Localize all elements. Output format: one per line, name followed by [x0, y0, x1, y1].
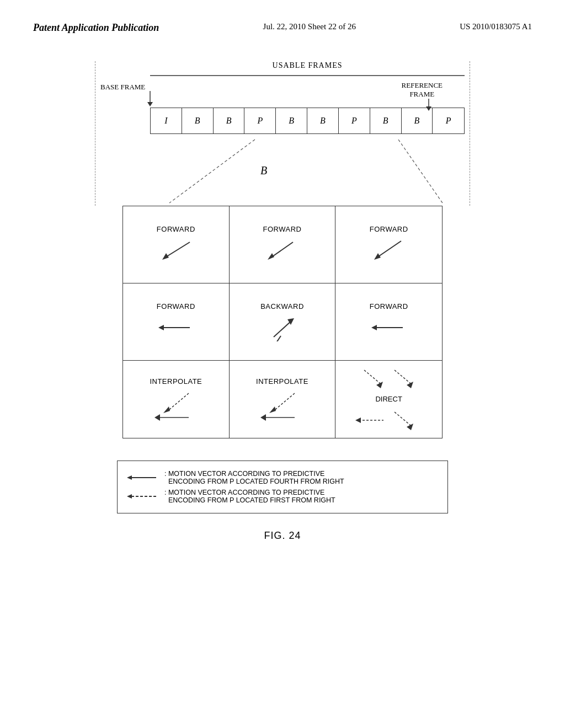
svg-line-12 [377, 241, 401, 258]
direct-bottom-arrows [353, 409, 425, 431]
frame-B5: B [370, 108, 402, 133]
frame-labels-row: BASE FRAME REFERENCEFRAME [100, 80, 465, 108]
legend-text-1: : MOTION VECTOR ACCORDING TO PREDICTIVE … [164, 470, 344, 485]
motion-label-2: FORWARD [263, 225, 302, 233]
svg-line-7 [398, 140, 443, 203]
connector-area: B [89, 134, 476, 206]
legend-row-1: : MOTION VECTOR ACCORDING TO PREDICTIVE … [126, 470, 439, 485]
forward-arrow-1 [154, 237, 198, 264]
b-center-label: B [260, 164, 267, 177]
main-content: USABLE FRAMES BASE FRAME REFERENCEFRAME [0, 45, 565, 553]
svg-marker-13 [374, 253, 381, 260]
svg-marker-15 [158, 325, 164, 330]
svg-marker-38 [127, 475, 132, 480]
legend-row-2: : MOTION VECTOR ACCORDING TO PREDICTIVE … [126, 489, 439, 504]
motion-label-1: FORWARD [157, 225, 195, 233]
base-frame-label: BASE FRAME [100, 83, 145, 92]
frame-B4: B [307, 108, 339, 133]
svg-line-25 [274, 393, 295, 411]
page-header: Patent Application Publication Jul. 22, … [0, 0, 565, 45]
svg-marker-5 [426, 106, 431, 111]
figure-label: FIG. 24 [264, 530, 301, 542]
motion-cell-forward-2: FORWARD [230, 206, 336, 283]
motion-cell-backward-5: BACKWARD [230, 283, 336, 361]
frame-B1: B [182, 108, 214, 133]
svg-line-21 [168, 393, 189, 411]
motion-label-8: INTERPOLATE [256, 377, 308, 386]
publication-date-sheet: Jul. 22, 2010 Sheet 22 of 26 [263, 22, 356, 31]
motion-label-5: BACKWARD [260, 302, 304, 311]
forward-arrow-4 [154, 314, 198, 341]
frame-P3: P [433, 108, 464, 133]
svg-line-18 [276, 336, 281, 341]
motion-label-3: FORWARD [370, 225, 408, 233]
motion-grid: FORWARD FORWARD FORWARD FORWARD [122, 206, 443, 438]
publication-title: Patent Application Publication [33, 22, 159, 34]
backward-arrow-5 [260, 314, 304, 341]
forward-arrow-3 [367, 237, 411, 264]
forward-arrow-6 [367, 314, 411, 341]
legend-solid-arrow [126, 473, 159, 482]
interpolate-svg-8 [257, 389, 307, 422]
frame-B3: B [276, 108, 307, 133]
motion-cell-forward-3: FORWARD [335, 206, 442, 283]
svg-line-8 [165, 242, 190, 258]
frame-P2: P [339, 108, 370, 133]
publication-number: US 2010/0183075 A1 [460, 22, 532, 31]
svg-marker-9 [162, 253, 169, 260]
svg-line-31 [395, 370, 411, 384]
svg-marker-34 [355, 417, 361, 423]
motion-label-7: INTERPOLATE [150, 377, 202, 386]
frames-row: I B B P B B P B B P [150, 108, 465, 134]
motion-cell-forward-4: FORWARD [123, 283, 230, 361]
svg-marker-26 [269, 406, 276, 413]
svg-line-29 [364, 370, 381, 384]
frame-P1: P [244, 108, 276, 133]
motion-cell-interpolate-7: INTERPOLATE [123, 361, 230, 438]
direct-top-arrows [353, 367, 425, 389]
usable-frames-label: USABLE FRAMES [150, 61, 465, 70]
motion-label-6: FORWARD [370, 302, 408, 311]
usable-frames-bracket [150, 71, 465, 80]
svg-marker-28 [260, 414, 266, 421]
motion-cell-interpolate-8: INTERPOLATE [230, 361, 336, 438]
svg-marker-20 [371, 325, 377, 330]
motion-label-4: FORWARD [157, 302, 195, 311]
frame-I: I [151, 108, 182, 133]
legend-dashed-arrow [126, 492, 159, 501]
svg-marker-3 [147, 102, 153, 106]
motion-cell-forward-6: FORWARD [335, 283, 442, 361]
connector-svg [89, 134, 476, 206]
svg-line-35 [395, 412, 411, 426]
interpolate-svg-7 [151, 389, 201, 422]
svg-marker-22 [163, 406, 170, 413]
svg-line-10 [271, 242, 293, 258]
legend-text-2: : MOTION VECTOR ACCORDING TO PREDICTIVE … [164, 489, 335, 504]
frame-B6: B [402, 108, 433, 133]
svg-marker-11 [268, 253, 274, 260]
legend-box: : MOTION VECTOR ACCORDING TO PREDICTIVE … [117, 461, 448, 513]
forward-arrow-2 [260, 237, 304, 264]
svg-line-16 [274, 320, 292, 337]
svg-line-6 [169, 140, 255, 203]
frame-B2: B [214, 108, 245, 133]
reference-frame-label: REFERENCEFRAME [402, 81, 443, 98]
direct-label: DIRECT [375, 395, 402, 403]
svg-marker-24 [154, 414, 160, 421]
usable-frames-section: USABLE FRAMES BASE FRAME REFERENCEFRAME [100, 61, 465, 134]
motion-cell-direct-9: DIRECT [335, 361, 442, 438]
svg-marker-40 [127, 494, 132, 499]
motion-cell-forward-1: FORWARD [123, 206, 230, 283]
